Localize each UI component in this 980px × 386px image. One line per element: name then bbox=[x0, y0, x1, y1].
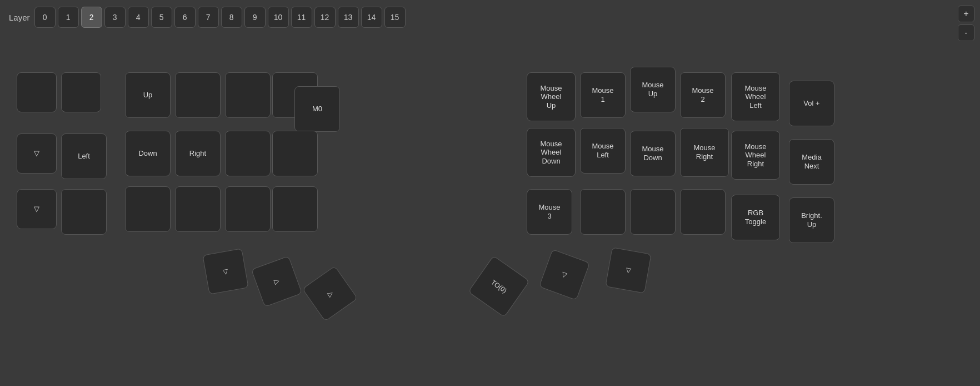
key-l1r3c1[interactable]: ▽ bbox=[17, 189, 57, 229]
key-l1r2c5[interactable] bbox=[225, 131, 271, 176]
key-l1r1c4[interactable] bbox=[175, 72, 221, 118]
thumb-key-tr1[interactable]: TO(0) bbox=[468, 255, 529, 317]
keyboard-area: UpM0▽LeftDownRight▽Mouse Wheel UpMouse 1… bbox=[0, 0, 980, 386]
key-l1r1c5[interactable] bbox=[225, 72, 271, 118]
key-l1r1c2[interactable] bbox=[61, 72, 101, 112]
key-l1r2c4[interactable]: Right bbox=[175, 131, 221, 176]
key-l1r1c1[interactable] bbox=[17, 72, 57, 112]
key-r1r2c2[interactable]: Mouse Left bbox=[580, 128, 626, 174]
key-l1r2c2[interactable]: Left bbox=[61, 133, 107, 179]
key-r1r2c3[interactable]: Mouse Down bbox=[630, 131, 676, 176]
thumb-key-tl2[interactable]: ▷ bbox=[251, 256, 302, 307]
thumb-key-tl3[interactable]: ▷ bbox=[302, 266, 358, 321]
key-l1r1c3[interactable]: Up bbox=[125, 72, 171, 118]
key-r1r3c1[interactable]: Mouse 3 bbox=[527, 189, 572, 235]
key-l1r3c2[interactable] bbox=[61, 189, 107, 235]
key-r1r1c4[interactable]: Mouse 2 bbox=[680, 72, 726, 118]
thumb-key-tr2[interactable]: ▽ bbox=[539, 249, 590, 300]
key-l1r1c7[interactable]: M0 bbox=[294, 86, 340, 132]
key-l1r3c4[interactable] bbox=[175, 186, 221, 232]
key-r1r3c2[interactable] bbox=[580, 189, 626, 235]
key-r1r2c1[interactable]: Mouse Wheel Down bbox=[527, 128, 576, 177]
key-l1r3c6[interactable] bbox=[272, 186, 318, 232]
thumb-key-tr3[interactable]: ▽ bbox=[605, 247, 651, 293]
key-r1r1c2[interactable]: Mouse 1 bbox=[580, 72, 626, 118]
thumb-key-tl1[interactable]: ▽ bbox=[202, 248, 248, 294]
key-r1r3c6[interactable]: Bright. Up bbox=[789, 197, 834, 243]
key-r1r1c1[interactable]: Mouse Wheel Up bbox=[527, 72, 576, 121]
key-r1r1c6[interactable]: Vol + bbox=[789, 81, 834, 126]
key-l1r2c6[interactable] bbox=[272, 131, 318, 176]
key-l1r3c3[interactable] bbox=[125, 186, 171, 232]
key-r1r1c3[interactable]: Mouse Up bbox=[630, 67, 676, 112]
key-r1r2c4[interactable]: Mouse Right bbox=[680, 128, 729, 177]
key-l1r3c5[interactable] bbox=[225, 186, 271, 232]
key-l1r2c3[interactable]: Down bbox=[125, 131, 171, 176]
key-r1r3c3[interactable] bbox=[630, 189, 676, 235]
key-r1r3c5[interactable]: RGB Toggle bbox=[731, 195, 780, 240]
key-l1r2c1[interactable]: ▽ bbox=[17, 133, 57, 174]
key-r1r1c5[interactable]: Mouse Wheel Left bbox=[731, 72, 780, 121]
key-r1r2c5[interactable]: Mouse Wheel Right bbox=[731, 131, 780, 180]
key-r1r3c4[interactable] bbox=[680, 189, 726, 235]
key-r1r2c6[interactable]: Media Next bbox=[789, 139, 834, 185]
